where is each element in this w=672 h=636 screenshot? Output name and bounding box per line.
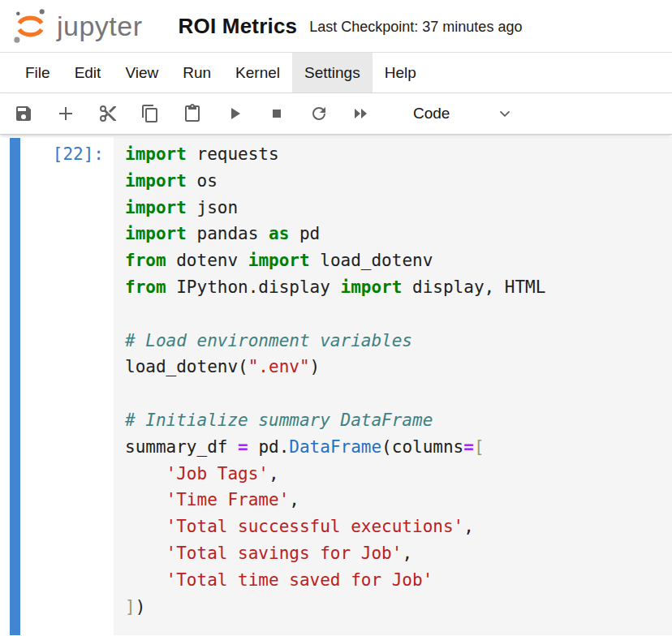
menu-item-view[interactable]: View	[113, 53, 170, 92]
code-line: from IPython.display import display, HTM…	[125, 274, 672, 301]
code-line: 'Total time saved for Job'	[125, 567, 672, 594]
code-line: from dotenv import load_dotenv	[125, 247, 672, 274]
menu-item-help[interactable]: Help	[373, 53, 429, 92]
chevron-down-icon	[497, 105, 513, 122]
save-icon	[14, 104, 33, 123]
code-line	[125, 380, 672, 407]
add-cell-button[interactable]	[56, 104, 75, 123]
menu-item-edit[interactable]: Edit	[62, 53, 114, 92]
code-line: 'Total successful executions',	[125, 514, 672, 540]
notebook-header: jupyter ROI Metrics Last Checkpoint: 37 …	[0, 0, 672, 53]
checkpoint-status: Last Checkpoint: 37 minutes ago	[309, 19, 522, 36]
code-line: import json	[125, 195, 672, 221]
code-line: summary_df = pd.DataFrame(columns=[	[125, 434, 672, 461]
menu-item-kernel[interactable]: Kernel	[223, 53, 292, 92]
stop-icon	[267, 104, 286, 123]
menu-item-settings[interactable]: Settings	[292, 53, 373, 92]
cell-type-value: Code	[413, 105, 450, 122]
jupyter-logo-icon	[11, 7, 50, 45]
save-button[interactable]	[14, 104, 33, 123]
code-line: load_dotenv(".env")	[125, 354, 672, 380]
code-line: 'Job Tags',	[125, 461, 672, 488]
fast-forward-icon	[351, 104, 371, 123]
menu-item-run[interactable]: Run	[170, 53, 223, 92]
run-icon	[225, 104, 244, 123]
notebook-area: [22]: import requestsimport osimport jso…	[0, 135, 672, 635]
paste-icon	[183, 104, 202, 123]
restart-kernel-icon	[309, 104, 329, 123]
code-line: 'Total savings for Job',	[125, 540, 672, 567]
code-line: 'Time Frame',	[125, 487, 672, 514]
cell-type-select[interactable]: Code	[413, 105, 513, 122]
stop-button[interactable]	[267, 104, 286, 123]
add-cell-icon	[56, 104, 75, 123]
copy-button[interactable]	[140, 104, 160, 123]
code-cell: [22]: import requestsimport osimport jso…	[0, 135, 672, 635]
copy-icon	[140, 104, 160, 123]
cell-collapser[interactable]	[10, 138, 20, 635]
jupyter-logo[interactable]: jupyter	[11, 7, 143, 45]
code-line	[125, 301, 672, 328]
cut-button[interactable]	[98, 104, 118, 123]
restart-run-all-button[interactable]	[351, 104, 371, 123]
code-line: # Initialize summary DataFrame	[125, 407, 672, 434]
notebook-toolbar: Code	[0, 93, 672, 135]
menu-bar: File Edit View Run Kernel Settings Help	[0, 53, 672, 93]
notebook-title[interactable]: ROI Metrics	[179, 14, 298, 39]
code-line: ])	[125, 594, 672, 621]
code-line: import requests	[125, 141, 672, 168]
restart-kernel-button[interactable]	[309, 104, 329, 123]
code-line: # Load environment variables	[125, 328, 672, 355]
menu-item-file[interactable]: File	[13, 53, 62, 92]
run-button[interactable]	[225, 104, 244, 123]
code-line: import pandas as pd	[125, 221, 672, 247]
code-line: import os	[125, 168, 672, 195]
code-editor[interactable]: import requestsimport osimport jsonimpor…	[114, 137, 672, 635]
paste-button[interactable]	[183, 104, 202, 123]
jupyter-wordmark: jupyter	[57, 11, 143, 42]
cut-icon	[98, 104, 118, 123]
